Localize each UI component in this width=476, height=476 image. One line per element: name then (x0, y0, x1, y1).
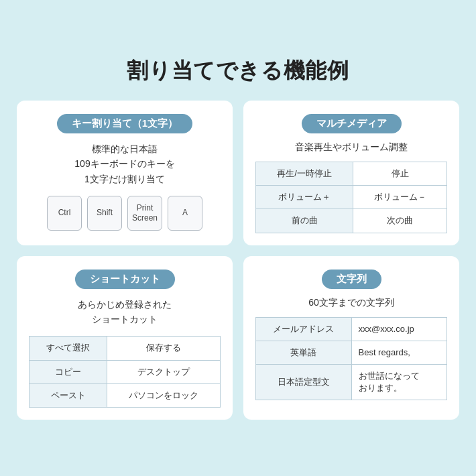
card-key-assign-header: キー割り当て（1文字） (57, 114, 192, 133)
key-printscreen: PrintScreen (127, 196, 162, 231)
table-cell: 停止 (353, 162, 447, 186)
card-shortcut-desc: あらかじめ登録されたショートカット (29, 297, 221, 327)
card-shortcut: ショートカット あらかじめ登録されたショートカット すべて選択 保存する コピー… (17, 256, 233, 420)
table-cell: Best regards, (351, 341, 447, 364)
table-cell: ボリューム＋ (256, 186, 353, 209)
multimedia-table: 再生/一時停止 停止 ボリューム＋ ボリューム－ 前の曲 次の曲 (255, 162, 447, 233)
card-string-desc: 60文字までの文字列 (255, 297, 447, 309)
table-cell: デスクトップ (107, 360, 221, 383)
table-cell: ペースト (29, 383, 107, 407)
cards-grid: キー割り当て（1文字） 標準的な日本語109キーボードのキーを1文字だけ割り当て… (17, 101, 459, 420)
table-cell: xxx@xxx.co.jp (351, 317, 447, 341)
table-row: メールアドレス xxx@xxx.co.jp (256, 317, 447, 341)
card-multimedia-desc: 音楽再生やボリューム調整 (255, 141, 447, 154)
container: 割り当てできる機能例 キー割り当て（1文字） 標準的な日本語109キーボードのキ… (17, 43, 459, 433)
table-cell: 英単語 (256, 341, 352, 364)
card-string-header: 文字列 (322, 270, 381, 289)
table-row: ボリューム＋ ボリューム－ (256, 186, 447, 209)
table-row: コピー デスクトップ (29, 360, 221, 383)
table-row: 前の曲 次の曲 (256, 209, 447, 233)
card-multimedia: マルチメディア 音楽再生やボリューム調整 再生/一時停止 停止 ボリューム＋ ボ… (243, 101, 459, 245)
table-cell: お世話になっております。 (351, 364, 447, 400)
main-title: 割り当てできる機能例 (17, 56, 459, 86)
table-cell: 前の曲 (256, 209, 353, 233)
card-key-assign: キー割り当て（1文字） 標準的な日本語109キーボードのキーを1文字だけ割り当て… (17, 101, 233, 245)
table-cell: 再生/一時停止 (256, 162, 353, 186)
key-ctrl: Ctrl (47, 196, 82, 231)
key-shift: Shift (87, 196, 122, 231)
shortcut-table: すべて選択 保存する コピー デスクトップ ペースト パソコンをロック (29, 336, 221, 408)
table-row: すべて選択 保存する (29, 337, 221, 360)
table-cell: すべて選択 (29, 337, 107, 360)
table-row: 日本語定型文 お世話になっております。 (256, 364, 447, 400)
key-row: Ctrl Shift PrintScreen A (29, 196, 221, 231)
card-key-assign-desc: 標準的な日本語109キーボードのキーを1文字だけ割り当て (29, 141, 221, 186)
card-multimedia-header: マルチメディア (302, 114, 402, 133)
string-table: メールアドレス xxx@xxx.co.jp 英単語 Best regards, … (255, 317, 447, 401)
table-row: 再生/一時停止 停止 (256, 162, 447, 186)
table-cell: メールアドレス (256, 317, 352, 341)
table-row: 英単語 Best regards, (256, 341, 447, 364)
card-shortcut-header: ショートカット (75, 270, 175, 289)
table-cell: ボリューム－ (353, 186, 447, 209)
card-string: 文字列 60文字までの文字列 メールアドレス xxx@xxx.co.jp 英単語… (243, 256, 459, 420)
key-a: A (168, 196, 202, 231)
table-cell: 保存する (107, 337, 221, 360)
table-row: ペースト パソコンをロック (29, 383, 221, 407)
table-cell: コピー (29, 360, 107, 383)
table-cell: 次の曲 (353, 209, 447, 233)
table-cell: 日本語定型文 (256, 364, 352, 400)
table-cell: パソコンをロック (107, 383, 221, 407)
